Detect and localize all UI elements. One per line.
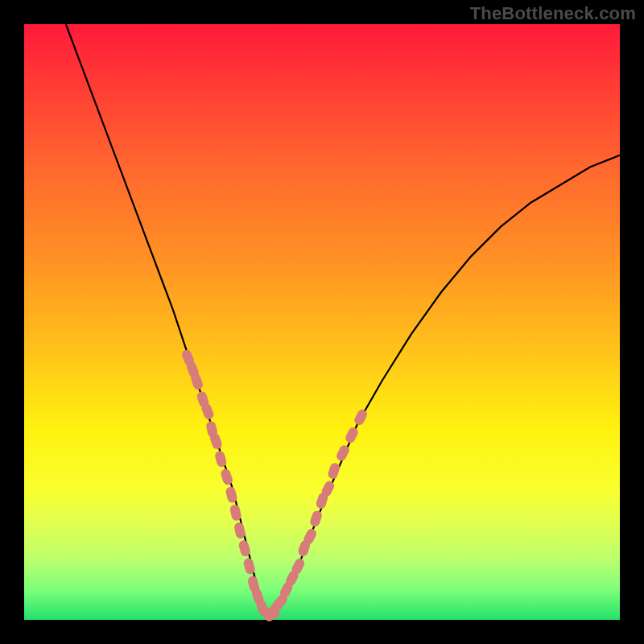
bottleneck-curve (66, 24, 620, 614)
watermark-text: TheBottleneck.com (470, 3, 636, 24)
chart-frame: TheBottleneck.com (0, 0, 644, 644)
plot-area (24, 24, 620, 620)
marker-lozenge (353, 408, 369, 427)
chart-svg (24, 24, 620, 620)
marker-lozenge (344, 426, 360, 444)
highlighted-markers (180, 349, 369, 623)
marker-lozenge (327, 462, 341, 481)
marker-lozenge (309, 510, 324, 528)
